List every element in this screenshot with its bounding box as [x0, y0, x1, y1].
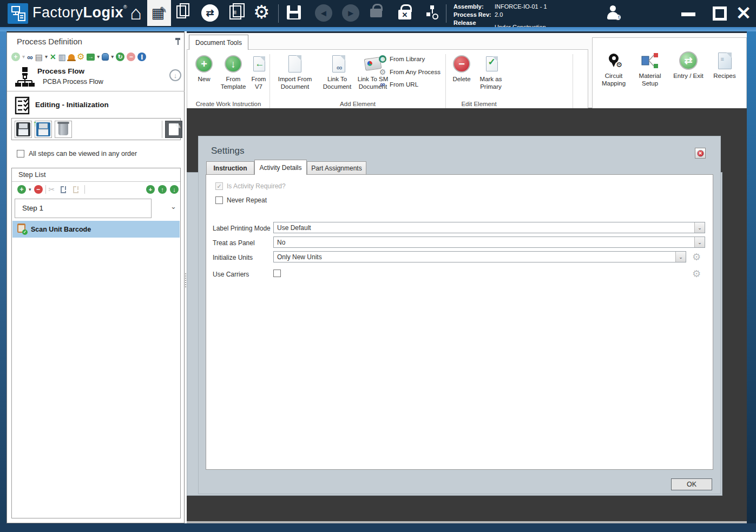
export-icon[interactable]: →: [87, 54, 95, 61]
never-repeat-checkbox[interactable]: [215, 196, 223, 204]
refresh-icon[interactable]: ↻: [116, 52, 124, 61]
add-step-icon[interactable]: +: [17, 185, 26, 194]
collapse-flow-icon[interactable]: ↓: [169, 69, 181, 81]
move-down-icon[interactable]: ↓: [170, 185, 179, 194]
material-setup-button[interactable]: Material Setup: [634, 50, 666, 88]
treat-as-panel-select[interactable]: No ⌄: [273, 237, 705, 248]
group-separator: [445, 54, 446, 115]
bucket-icon[interactable]: [102, 53, 109, 61]
chevron-down-icon[interactable]: ⌄: [694, 237, 705, 247]
recipes-button[interactable]: ≡ Recipes: [709, 50, 740, 80]
mark-as-primary-button[interactable]: ✓ Mark as Primary: [475, 53, 507, 91]
new-button[interactable]: + New: [192, 53, 216, 83]
title-bar: FactoryLogix® ⌂ ▦✎ ⇄ ≡ ⚙ ◂ ▸ ✕ Assembly:…: [0, 0, 756, 27]
remove-step-icon[interactable]: −: [34, 185, 43, 194]
maximize-button[interactable]: [709, 4, 731, 23]
from-template-button[interactable]: ↓ From Template: [218, 53, 249, 91]
settings-dialog: Settings ✕ Instruction Activity Details …: [199, 136, 720, 494]
process-editor-icon[interactable]: ▦✎: [147, 0, 171, 26]
add-icon[interactable]: +: [11, 52, 20, 61]
presentation-icon[interactable]: ▥: [58, 53, 66, 61]
tab-instruction[interactable]: Instruction: [206, 161, 254, 175]
unlock-icon[interactable]: [370, 9, 382, 17]
pause-icon[interactable]: ∥: [137, 52, 146, 61]
circuit-mapping-button[interactable]: ⚙ Circuit Mapping: [597, 50, 630, 88]
bucket-dropdown-icon[interactable]: ▾: [111, 54, 114, 60]
flow-search-icon[interactable]: [425, 5, 438, 19]
print-dropdown-icon[interactable]: ▾: [45, 54, 48, 60]
step-list-box: Step List + ▾ − ✂ + ↑ ↓ Step 1 ⌄: [11, 168, 181, 518]
tab-document-tools[interactable]: Document Tools: [189, 35, 248, 50]
step-list-header: Step List: [18, 170, 46, 179]
user-logout-icon[interactable]: ✕: [607, 5, 619, 22]
chevron-down-icon[interactable]: ⌄: [675, 252, 686, 262]
copy-pages-icon[interactable]: ≡: [229, 5, 241, 19]
label-printing-mode-select[interactable]: Use Default ⌄: [273, 222, 705, 233]
label-printing-mode-label: Label Printing Mode: [213, 225, 271, 232]
from-v7-button[interactable]: ← From V7: [248, 53, 269, 91]
gear-icon[interactable]: ⚙: [77, 52, 84, 61]
step-expander-icon[interactable]: ⌄: [170, 202, 176, 211]
sync-icon[interactable]: ⇄: [201, 4, 219, 22]
initialize-units-gear-icon[interactable]: ⚙: [692, 252, 701, 262]
mark-primary-icon: ✓: [486, 53, 495, 75]
binoculars-icon[interactable]: ∞: [27, 53, 33, 61]
pin-icon[interactable]: [175, 38, 181, 48]
from-url-button[interactable]: ∞ From URL: [378, 80, 418, 88]
activity-clipboard-icon: ✓: [17, 224, 25, 235]
from-any-process-button[interactable]: ⚙ From Any Process: [378, 68, 441, 76]
tab-activity-details[interactable]: Activity Details: [254, 160, 307, 175]
import-from-document-button[interactable]: Import From Document: [274, 53, 316, 91]
step-name-input[interactable]: Step 1: [15, 199, 152, 218]
insert-step-icon[interactable]: +: [146, 185, 155, 194]
any-order-checkbox[interactable]: [17, 150, 24, 157]
link-to-document-button[interactable]: ∞ Link To Document: [319, 53, 355, 91]
panel-toolbar: + ▾ ∞ ▤ ▾ ✕ ▥ ⚙ → ▾ ▾ ↻ − ∥: [11, 51, 146, 63]
activity-row-selected[interactable]: ✓ Scan Unit Barcode: [12, 221, 180, 238]
move-up-icon[interactable]: ↑: [158, 185, 167, 194]
home-icon[interactable]: ⌂: [124, 1, 147, 25]
process-rev-label: Process Rev:: [453, 11, 495, 19]
panel-title: Process Definition: [17, 37, 82, 46]
print-icon[interactable]: ▤: [35, 53, 43, 61]
flow-subtitle: PCBA Process Flow: [43, 78, 103, 86]
edit-document-button[interactable]: ✎: [165, 121, 182, 138]
use-carriers-gear-icon[interactable]: ⚙: [692, 269, 701, 279]
ok-button[interactable]: OK: [671, 478, 712, 490]
delete-document-button[interactable]: [55, 121, 72, 138]
settings-gear-icon[interactable]: ⚙: [253, 1, 269, 23]
save-step-button[interactable]: [15, 121, 32, 138]
export-dropdown-icon[interactable]: ▾: [97, 54, 100, 60]
chevron-down-icon[interactable]: ⌄: [694, 222, 705, 233]
editing-checklist-icon: [14, 95, 32, 118]
copy-icon[interactable]: [61, 186, 66, 193]
new-icon: +: [195, 53, 213, 75]
entry-exit-button[interactable]: ⇄ Entry / Exit: [669, 50, 707, 80]
step-name-value: Step 1: [22, 204, 43, 212]
paste-icon[interactable]: [73, 186, 78, 193]
bell-icon[interactable]: [68, 54, 75, 60]
add-dropdown-icon[interactable]: ▾: [22, 54, 25, 60]
arrange-icon[interactable]: ✕: [50, 53, 56, 61]
cut-icon[interactable]: ✂: [49, 185, 55, 194]
is-activity-required-row: ✓ Is Activity Required?: [215, 182, 286, 190]
remove-icon[interactable]: −: [127, 52, 135, 61]
flow-title[interactable]: Process Flow: [37, 67, 84, 75]
lock-icon[interactable]: ✕: [398, 10, 411, 19]
save-icon[interactable]: [287, 5, 301, 19]
initialize-units-select[interactable]: Only New Units ⌄: [273, 251, 686, 262]
use-carriers-checkbox[interactable]: [273, 270, 281, 277]
delete-element-button[interactable]: − Delete: [449, 53, 474, 83]
entry-exit-icon: ⇄: [679, 50, 698, 71]
save-import-button[interactable]: ↑: [35, 121, 52, 138]
back-icon[interactable]: ◂: [315, 4, 332, 22]
forward-icon[interactable]: ▸: [342, 4, 359, 22]
minimize-button[interactable]: [678, 6, 699, 22]
dialog-close-button[interactable]: ✕: [695, 148, 706, 159]
tab-part-assignments[interactable]: Part Assignments: [307, 161, 366, 175]
documents-icon[interactable]: [176, 5, 186, 18]
material-setup-icon: [641, 50, 659, 71]
from-library-button[interactable]: ⊕ From Library: [378, 55, 425, 63]
add-step-dropdown-icon[interactable]: ▾: [29, 187, 31, 192]
close-button[interactable]: ✕: [732, 1, 755, 25]
